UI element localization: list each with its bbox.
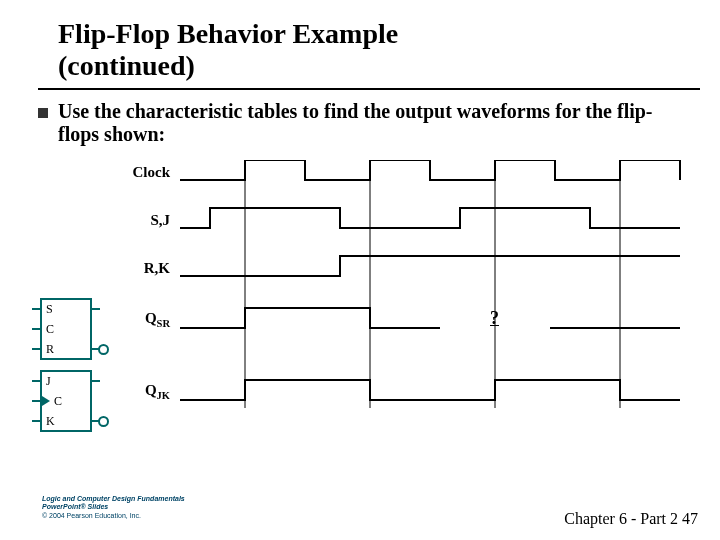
bullet-icon xyxy=(38,108,48,118)
footer-line-2: PowerPoint® Slides xyxy=(42,503,185,511)
footer-line-3: © 2004 Pearson Education, Inc. xyxy=(42,512,185,520)
waveform-svg xyxy=(40,160,690,460)
footer-page: Chapter 6 - Part 2 47 xyxy=(564,510,698,528)
title-rule xyxy=(38,88,700,90)
bullet-text: Use the characteristic tables to find th… xyxy=(58,100,680,146)
footer-logo: Logic and Computer Design Fundamentals P… xyxy=(42,495,185,520)
bullet-item: Use the characteristic tables to find th… xyxy=(0,100,720,146)
footer-line-1: Logic and Computer Design Fundamentals xyxy=(42,495,185,503)
timing-diagram: Clock S,J R,K QSR QJK S C R J C K ? xyxy=(40,160,690,470)
title-line-1: Flip-Flop Behavior Example xyxy=(58,18,398,49)
title-line-2: (continued) xyxy=(58,50,195,81)
page-title: Flip-Flop Behavior Example (continued) xyxy=(0,0,720,84)
